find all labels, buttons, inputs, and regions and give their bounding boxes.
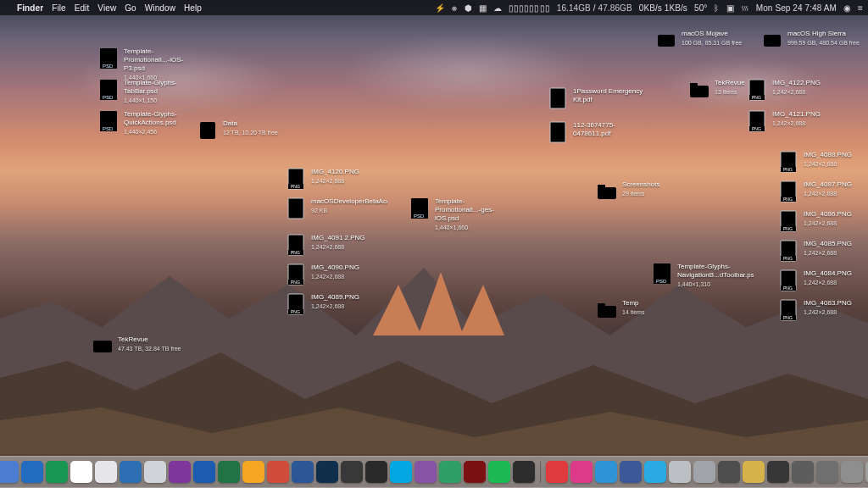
- menubar-extra-icon[interactable]: ▯▯▯▯▯▯▯▯: [509, 3, 550, 13]
- menubar-extra-icon[interactable]: ▦: [479, 3, 487, 13]
- item-name: IMG_4091 2.PNG: [311, 234, 365, 242]
- dock-app-14[interactable]: [144, 461, 166, 483]
- dock-app-34[interactable]: [644, 461, 666, 483]
- desktop-area[interactable]: Template-PromotionalI...-iOS-P3.psd1,440…: [0, 15, 868, 452]
- dock-app-11[interactable]: [70, 461, 92, 483]
- desktop-item-hd2[interactable]: macOS High Sierra999.59 GB, 480.54 GB fr…: [761, 30, 863, 52]
- dock-app-16[interactable]: [193, 461, 215, 483]
- menubar-menu-window[interactable]: Window: [145, 3, 175, 13]
- dock-app-30[interactable]: [546, 461, 568, 483]
- menubar-wifi-icon[interactable]: ᯾: [741, 3, 749, 13]
- item-name: TekRevue: [118, 336, 181, 344]
- desktop-item-png5[interactable]: IMG_4122.PNG1,242×2,688: [746, 79, 848, 101]
- dock-app-20[interactable]: [292, 461, 314, 483]
- desktop-item-png11[interactable]: IMG_4084.PNG1,242×2,688: [777, 269, 868, 291]
- dock-app-29[interactable]: [513, 461, 535, 483]
- desktop-item-png3[interactable]: IMG_4090.PNG1,242×2,688: [285, 263, 387, 286]
- desktop-item-png10[interactable]: IMG_4085.PNG1,242×2,688: [777, 240, 868, 262]
- item-sub: 47.43 TB, 32.84 TB free: [118, 345, 181, 353]
- dock-app-32[interactable]: [595, 461, 617, 483]
- menubar-dropbox-icon[interactable]: ⬢: [465, 3, 472, 13]
- menubar-mem[interactable]: 16.14GB / 47.86GB: [557, 3, 632, 13]
- menubar-airplay-icon[interactable]: ▣: [726, 3, 734, 13]
- menubar-menu-file[interactable]: File: [52, 3, 66, 13]
- drive-int-icon: [761, 30, 783, 52]
- dock-wrap: [0, 452, 868, 488]
- dock-app-41[interactable]: [816, 461, 838, 483]
- desktop-item-png8[interactable]: IMG_4087.PNG1,242×2,688: [777, 180, 868, 202]
- desktop-item-dmg1[interactable]: macOSDeveloperBetaAccessUtility.dmg92 KB: [285, 197, 387, 219]
- desktop-item-hd1[interactable]: macOS Mojave100 GB, 85.31 GB free: [655, 30, 757, 52]
- dock-app-10[interactable]: [46, 461, 68, 483]
- dock-app-28[interactable]: [488, 461, 510, 483]
- desktop-item-png7[interactable]: IMG_4088.PNG1,242×2,688: [777, 151, 868, 173]
- psd-icon: [97, 110, 120, 132]
- dock-app-38[interactable]: [743, 461, 765, 483]
- desktop-item-fld2[interactable]: Temp14 items: [596, 299, 698, 321]
- png-icon: [746, 110, 768, 132]
- dock-app-40[interactable]: [792, 461, 814, 483]
- dock-app-8[interactable]: [0, 461, 19, 483]
- item-name: Template-Glyphs-TabBar.psd: [124, 79, 199, 96]
- item-name: Template-PromotionalI...-ges-iOS.psd: [435, 197, 510, 223]
- desktop-item-png9[interactable]: IMG_4086.PNG1,242×2,688: [777, 210, 868, 232]
- item-sub: 12 TB, 10.20 TB free: [223, 129, 278, 137]
- dock-app-9[interactable]: [21, 461, 43, 483]
- dock-app-19[interactable]: [267, 461, 289, 483]
- dock-app-24[interactable]: [390, 461, 412, 483]
- desktop-item-png6[interactable]: IMG_4121.PNG1,242×2,688: [746, 110, 848, 132]
- menubar-app[interactable]: Finder: [17, 3, 43, 13]
- desktop-item-png1[interactable]: IMG_4120.PNG1,242×2,688: [285, 168, 387, 190]
- item-sub: 1,242×2,688: [311, 302, 359, 311]
- desktop-item-png12[interactable]: IMG_4083.PNG1,242×2,688: [777, 299, 868, 321]
- desktop-item-psd4[interactable]: Template-PromotionalI...-ges-iOS.psd1,44…: [409, 197, 510, 232]
- dock-app-25[interactable]: [415, 461, 437, 483]
- item-sub: 1,440×1,150: [124, 97, 199, 105]
- menubar-bluetooth-icon[interactable]: ᛒ: [714, 3, 719, 13]
- dock-app-39[interactable]: [767, 461, 789, 483]
- desktop-item-psd3[interactable]: Template-Glyphs-QuickActions.psd1,440×2,…: [97, 110, 199, 136]
- item-sub: 92 KB: [311, 207, 387, 215]
- menubar-extra-icon[interactable]: ☁: [493, 3, 502, 13]
- dock-app-18[interactable]: [242, 461, 264, 483]
- desktop-item-fld1[interactable]: Screenshots29 items: [596, 180, 698, 202]
- item-sub: 1,242×2,688: [804, 279, 852, 287]
- dock-app-12[interactable]: [95, 461, 117, 483]
- menubar-net[interactable]: 0KB/s 1KB/s: [639, 3, 687, 13]
- desktop-item-psd5[interactable]: Template-Glyphs-NavigationB...dToolbar.p…: [651, 263, 753, 289]
- menubar-clock[interactable]: Mon Sep 24 7:48 AM: [756, 3, 837, 13]
- menubar-menu-help[interactable]: Help: [184, 3, 202, 13]
- dock-app-37[interactable]: [718, 461, 740, 483]
- menubar-siri-icon[interactable]: ◉: [843, 3, 851, 13]
- dock-app-27[interactable]: [464, 461, 486, 483]
- dock-app-17[interactable]: [218, 461, 240, 483]
- dock-app-21[interactable]: [316, 461, 338, 483]
- desktop-item-psd2[interactable]: Template-Glyphs-TabBar.psd1,440×1,150: [97, 79, 199, 105]
- dock-app-31[interactable]: [570, 461, 593, 483]
- dock-app-35[interactable]: [669, 461, 691, 483]
- png-icon: [285, 263, 307, 286]
- menubar-menu-view[interactable]: View: [97, 3, 116, 13]
- dock-app-26[interactable]: [439, 461, 461, 483]
- dock-app-13[interactable]: [120, 461, 142, 483]
- menubar-temp[interactable]: 50°: [694, 3, 707, 13]
- menubar-extra-icon[interactable]: ⚡: [435, 3, 445, 13]
- desktop-item-png4[interactable]: IMG_4089.PNG1,242×2,688: [285, 293, 387, 315]
- dock-app-15[interactable]: [169, 461, 191, 483]
- menubar-notifications-icon[interactable]: ≡: [858, 3, 863, 13]
- desktop-item-pdf1[interactable]: 1Password Emergency Kit.pdf: [547, 87, 648, 109]
- desktop-item-data[interactable]: Data12 TB, 10.20 TB free: [197, 119, 298, 141]
- desktop-item-png2[interactable]: IMG_4091 2.PNG1,242×2,688: [285, 234, 387, 256]
- menubar-menu-go[interactable]: Go: [125, 3, 136, 13]
- desktop-item-pdf2[interactable]: 112-3674775-0478611.pdf: [547, 121, 648, 143]
- dock-app-23[interactable]: [365, 461, 387, 483]
- item-sub: 1,242×2,688: [804, 308, 852, 317]
- dock-app-33[interactable]: [620, 461, 642, 483]
- desktop-item-psd1[interactable]: Template-PromotionalI...-iOS-P3.psd1,440…: [97, 47, 199, 82]
- menubar-extra-icon[interactable]: ⎈: [452, 3, 457, 13]
- desktop-item-net1[interactable]: TekRevue47.43 TB, 32.84 TB free: [92, 336, 193, 358]
- dock-app-36[interactable]: [693, 461, 715, 483]
- menubar-menu-edit[interactable]: Edit: [75, 3, 90, 13]
- dock-app-22[interactable]: [341, 461, 363, 483]
- dock-app-42[interactable]: [841, 461, 863, 483]
